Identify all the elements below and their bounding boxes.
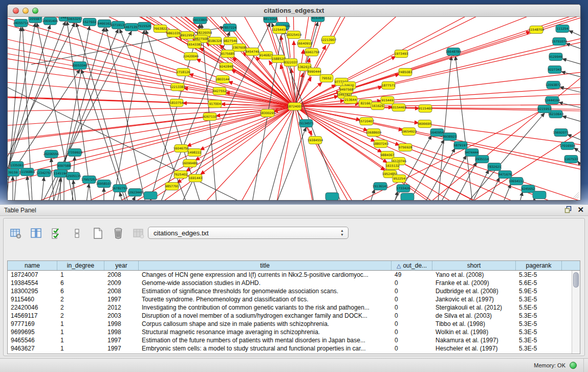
citation-edge-black[interactable] bbox=[41, 177, 44, 200]
citation-edge-black[interactable] bbox=[520, 192, 522, 200]
network-window-titlebar[interactable]: citations_edges.txt bbox=[8, 5, 580, 17]
graph-node[interactable] bbox=[144, 192, 157, 200]
delete-table-icon[interactable] bbox=[132, 226, 146, 240]
citation-edge-black[interactable] bbox=[455, 162, 476, 200]
citation-edge-red[interactable] bbox=[216, 106, 295, 116]
delete-column-icon[interactable] bbox=[111, 226, 125, 240]
graph-node-label: 9827546 bbox=[224, 39, 237, 42]
scrollbar-thumb[interactable] bbox=[573, 272, 579, 288]
citation-edge-red[interactable] bbox=[355, 45, 580, 99]
graph-node-label: 9129946 bbox=[549, 55, 563, 58]
citation-edge-black[interactable] bbox=[277, 127, 306, 200]
graph-node-label: 111254 bbox=[557, 27, 569, 30]
graph-node-label: 15136141 bbox=[373, 184, 388, 188]
table-panel-header[interactable]: Table Panel ✕ bbox=[0, 205, 588, 216]
graph-node-label: 18807243 bbox=[373, 142, 389, 145]
select-column-icon[interactable] bbox=[29, 226, 43, 240]
column-header-name[interactable]: name bbox=[8, 261, 57, 270]
citation-edge-red[interactable] bbox=[241, 106, 295, 200]
graph-node-label: 16961758 bbox=[304, 50, 320, 54]
citation-edge-red[interactable] bbox=[316, 17, 539, 68]
table-cell: Franke et al. (2009) bbox=[432, 279, 516, 287]
graph-node[interactable] bbox=[325, 193, 339, 201]
citation-edge-black[interactable] bbox=[574, 148, 580, 154]
network-canvas[interactable]: 2405571420558720691406248171065325715276… bbox=[8, 17, 580, 200]
citation-edge-black[interactable] bbox=[562, 59, 580, 64]
citation-edge-red[interactable] bbox=[277, 106, 295, 200]
table-row[interactable]: 1938455462009Genome-wide association stu… bbox=[8, 279, 572, 287]
unselect-all-icon[interactable] bbox=[70, 226, 84, 240]
table-selector-dropdown[interactable]: citations_edges.txt ▲▼ bbox=[148, 227, 349, 239]
graph-node-label: 6879197 bbox=[454, 143, 468, 147]
citation-edge-red[interactable] bbox=[403, 181, 580, 200]
table-cell: 5.5E-5 bbox=[516, 303, 562, 312]
table-cell: 14569117 bbox=[8, 312, 57, 320]
citation-edge-red[interactable] bbox=[393, 17, 580, 84]
graph-node-label: 9215953 bbox=[538, 107, 552, 111]
table-cell: 2008 bbox=[104, 271, 139, 279]
select-all-icon[interactable] bbox=[50, 226, 64, 240]
citation-edge-black[interactable] bbox=[488, 178, 499, 200]
table-cell: 1 bbox=[57, 328, 104, 336]
citation-edge-black[interactable] bbox=[569, 31, 580, 36]
memory-status-indicator[interactable] bbox=[570, 362, 577, 369]
graph-node-label: 1640954 bbox=[430, 130, 444, 134]
column-header-out_de[interactable]: △out_de... bbox=[391, 261, 432, 270]
graph-node-label: 1691443 bbox=[189, 176, 203, 180]
citation-edge-black[interactable] bbox=[133, 196, 135, 200]
citation-edge-red[interactable] bbox=[391, 157, 580, 200]
citation-edge-black[interactable] bbox=[562, 116, 580, 122]
graph-node-label: 17359928 bbox=[67, 150, 83, 154]
citation-edge-red[interactable] bbox=[397, 168, 580, 200]
graph-node[interactable] bbox=[401, 193, 414, 201]
table-row[interactable]: 911546021997Tourette syndrome. Phenomeno… bbox=[8, 295, 572, 303]
citation-edge-black[interactable] bbox=[120, 192, 122, 200]
citation-edge-black[interactable] bbox=[578, 161, 580, 167]
citation-edge-red[interactable] bbox=[385, 146, 580, 200]
table-row[interactable]: 1456911722003Disruption of a novel membe… bbox=[8, 312, 572, 320]
column-header-title[interactable]: title bbox=[139, 261, 391, 270]
column-header-pagerank[interactable]: pagerank bbox=[516, 261, 562, 270]
citation-edge-black[interactable] bbox=[568, 135, 580, 140]
column-header-year[interactable]: year bbox=[104, 261, 139, 270]
close-panel-icon[interactable]: ✕ bbox=[577, 206, 584, 213]
graph-node-label: 8427552 bbox=[213, 89, 227, 93]
graph-node-label: 10688609 bbox=[366, 130, 382, 134]
citation-edge-black[interactable] bbox=[73, 180, 76, 200]
table-cell: 5.3E-5 bbox=[516, 336, 562, 344]
table-row[interactable]: 969969511998Structural magnetic resonanc… bbox=[8, 328, 572, 336]
citation-edge-red[interactable] bbox=[345, 17, 580, 80]
graph-node-label: 952254 bbox=[394, 177, 405, 180]
citation-edge-black[interactable] bbox=[202, 24, 216, 200]
table-row[interactable]: 1830029562008Estimation of significance … bbox=[8, 287, 572, 295]
graph-node-label: 9699695 bbox=[418, 122, 432, 125]
citation-edge-black[interactable] bbox=[8, 87, 241, 200]
table-row[interactable]: 1872400712008Changes of HCN gene express… bbox=[8, 271, 572, 279]
citation-edge-black[interactable] bbox=[438, 56, 451, 200]
table-row[interactable]: 977716911998Corpus callosum shape and si… bbox=[8, 320, 572, 328]
graph-node-label: 8813054 bbox=[264, 17, 277, 20]
graph-node-label: 9115460 bbox=[419, 106, 432, 110]
graph-node-label: 9861035 bbox=[167, 31, 181, 35]
citation-edge-red[interactable] bbox=[8, 155, 190, 200]
table-row[interactable]: 946362711997Embryonic stem cells: a mode… bbox=[8, 344, 572, 353]
table-cell: Changes of HCN gene expression and I(f) … bbox=[139, 271, 391, 279]
graph-node-label: 18226058 bbox=[197, 31, 212, 34]
citation-edge-black[interactable] bbox=[76, 23, 128, 200]
graph-node[interactable] bbox=[533, 191, 546, 199]
new-column-icon[interactable] bbox=[91, 226, 105, 240]
resize-grip-icon[interactable] bbox=[572, 192, 579, 199]
citation-edge-black[interactable] bbox=[559, 102, 580, 108]
citation-edge-black[interactable] bbox=[86, 184, 89, 200]
table-row[interactable]: 2242004622012Investigating the contribut… bbox=[8, 303, 572, 312]
vertical-scrollbar[interactable] bbox=[572, 271, 580, 354]
float-panel-icon[interactable] bbox=[564, 206, 572, 213]
table-row[interactable]: 946554611997Estimation of the future num… bbox=[8, 336, 572, 344]
citation-network-graph: 2405571420558720691406248171065325715276… bbox=[8, 17, 580, 200]
citation-edge-black[interactable] bbox=[27, 176, 30, 200]
column-header-in_degree[interactable]: in_degree bbox=[57, 261, 104, 270]
column-header-short[interactable]: short bbox=[432, 261, 516, 270]
table-settings-icon[interactable] bbox=[9, 226, 23, 240]
graph-node-label: 11156869 bbox=[19, 170, 35, 173]
table-cell: Embryonic stem cells: a model to study s… bbox=[139, 344, 391, 353]
